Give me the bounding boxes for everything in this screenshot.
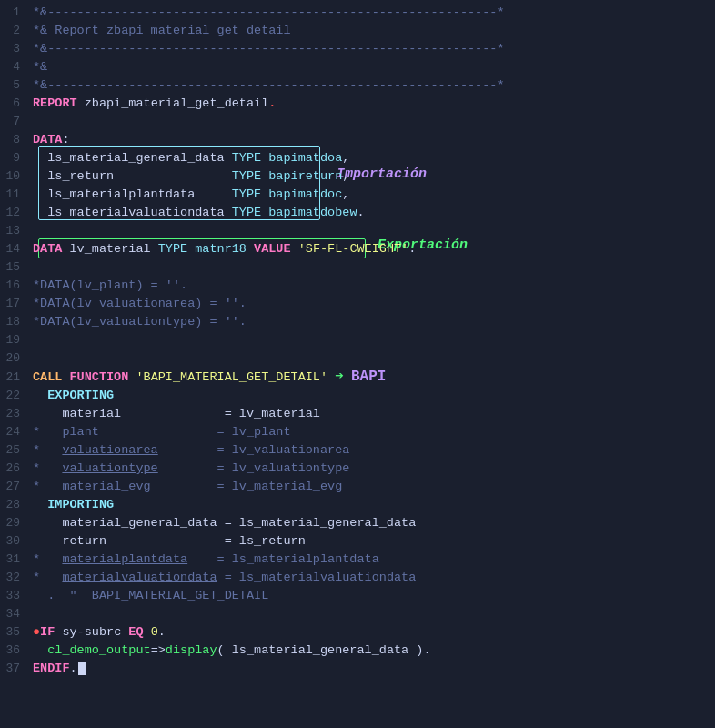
line-content-26: * valuationtype = lv_valuationtype (29, 460, 715, 478)
line-content-35: ●IF sy-subrc EQ 0. (29, 623, 715, 642)
line-num-27: 27 (0, 478, 29, 496)
line-17: 17 *DATA(lv_valuationarea) = ''. (0, 295, 715, 313)
line-num-12: 12 (0, 204, 29, 222)
line-28: 28 IMPORTING (0, 496, 715, 514)
line-content-31: * materialplantdata = ls_materialplantda… (29, 551, 715, 569)
line-content-9: ls_material_general_data TYPE bapimatdoa… (29, 149, 715, 167)
line-num-18: 18 (0, 313, 29, 331)
line-content-24: * plant = lv_plant (29, 423, 715, 441)
line-num-11: 11 (0, 186, 29, 204)
line-num-21: 21 (0, 369, 29, 387)
line-num-37: 37 (0, 660, 29, 678)
line-num-5: 5 (0, 76, 29, 95)
line-num-22: 22 (0, 387, 29, 405)
line-content-17: *DATA(lv_valuationarea) = ''. (29, 295, 715, 313)
line-8: 8 DATA: (0, 131, 715, 149)
line-num-33: 33 (0, 587, 29, 605)
line-21: 21 CALL FUNCTION 'BAPI_MATERIAL_GET_DETA… (0, 368, 715, 387)
line-18: 18 *DATA(lv_valuationtype) = ''. (0, 313, 715, 331)
line-7: 7 (0, 113, 715, 131)
line-num-34: 34 (0, 605, 29, 623)
line-36: 36 cl_demo_output=>display( ls_material_… (0, 642, 715, 660)
line-22: 22 EXPORTING (0, 387, 715, 405)
line-19: 19 (0, 331, 715, 349)
line-num-13: 13 (0, 222, 29, 240)
line-15: 15 (0, 258, 715, 277)
line-5: 5 *&------------------------------------… (0, 76, 715, 95)
line-num-4: 4 (0, 58, 29, 76)
line-num-7: 7 (0, 113, 29, 131)
line-num-26: 26 (0, 460, 29, 478)
line-content-30: return = ls_return (29, 532, 715, 551)
line-num-35: 35 (0, 623, 29, 642)
line-num-9: 9 (0, 149, 29, 167)
line-1: 1 *&------------------------------------… (0, 4, 715, 22)
line-4: 4 *& (0, 58, 715, 76)
line-content-12: ls_materialvaluationdata TYPE bapimatdob… (29, 204, 715, 222)
line-num-15: 15 (0, 258, 29, 277)
line-num-25: 25 (0, 441, 29, 460)
line-num-1: 1 (0, 4, 29, 22)
line-23: 23 material = lv_material (0, 405, 715, 423)
line-content-23: material = lv_material (29, 405, 715, 423)
line-25: 25 * valuationarea = lv_valuationarea (0, 441, 715, 460)
line-content-10: ls_return TYPE bapireturn, (29, 167, 715, 186)
line-34: 34 (0, 605, 715, 623)
line-37: 37 ENDIF. (0, 660, 715, 678)
line-content-5: *&--------------------------------------… (29, 76, 715, 95)
line-content-36: cl_demo_output=>display( ls_material_gen… (29, 642, 715, 660)
line-10: 10 ls_return TYPE bapireturn, (0, 167, 715, 186)
line-num-16: 16 (0, 277, 29, 295)
line-num-28: 28 (0, 496, 29, 514)
line-content-27: * material_evg = lv_material_evg (29, 478, 715, 496)
line-content-25: * valuationarea = lv_valuationarea (29, 441, 715, 460)
line-content-21: CALL FUNCTION 'BAPI_MATERIAL_GET_DETAIL'… (29, 368, 715, 387)
line-num-31: 31 (0, 551, 29, 569)
line-content-32: * materialvaluationdata = ls_materialval… (29, 569, 715, 587)
line-30: 30 return = ls_return (0, 532, 715, 551)
line-num-8: 8 (0, 131, 29, 149)
line-num-3: 3 (0, 40, 29, 58)
line-num-20: 20 (0, 349, 29, 368)
line-content-14: DATA lv_material TYPE matnr18 VALUE 'SF-… (29, 240, 715, 258)
line-33: 33 . " BAPI_MATERIAL_GET_DETAIL (0, 587, 715, 605)
line-content-8: DATA: (29, 131, 715, 149)
line-content-3: *&--------------------------------------… (29, 40, 715, 58)
line-content-1: *&--------------------------------------… (29, 4, 715, 22)
line-content-22: EXPORTING (29, 387, 715, 405)
line-24: 24 * plant = lv_plant (0, 423, 715, 441)
line-content-28: IMPORTING (29, 496, 715, 514)
line-content-6: REPORT zbapi_material_get_detail. (29, 95, 715, 113)
line-num-30: 30 (0, 532, 29, 551)
line-num-10: 10 (0, 167, 29, 186)
line-num-32: 32 (0, 569, 29, 587)
line-32: 32 * materialvaluationdata = ls_material… (0, 569, 715, 587)
line-num-24: 24 (0, 423, 29, 441)
line-num-14: 14 (0, 240, 29, 258)
line-29: 29 material_general_data = ls_material_g… (0, 514, 715, 532)
line-num-19: 19 (0, 331, 29, 349)
line-content-33: . " BAPI_MATERIAL_GET_DETAIL (29, 587, 715, 605)
line-content-11: ls_materialplantdata TYPE bapimatdoc, (29, 186, 715, 204)
line-content-37: ENDIF. (29, 660, 715, 678)
line-num-23: 23 (0, 405, 29, 423)
line-14: 14 DATA lv_material TYPE matnr18 VALUE '… (0, 240, 715, 258)
line-6: 6 REPORT zbapi_material_get_detail. (0, 95, 715, 113)
bapi-inline-label: BAPI (351, 369, 386, 385)
line-20: 20 (0, 349, 715, 368)
line-9: 9 ls_material_general_data TYPE bapimatd… (0, 149, 715, 167)
line-27: 27 * material_evg = lv_material_evg (0, 478, 715, 496)
line-content-29: material_general_data = ls_material_gene… (29, 514, 715, 532)
line-2: 2 *& Report zbapi_material_get_detail (0, 22, 715, 40)
code-editor: Importación Exportación 1 *&------------… (0, 0, 715, 682)
line-11: 11 ls_materialplantdata TYPE bapimatdoc, (0, 186, 715, 204)
line-num-36: 36 (0, 642, 29, 660)
line-12: 12 ls_materialvaluationdata TYPE bapimat… (0, 204, 715, 222)
line-13: 13 (0, 222, 715, 240)
line-26: 26 * valuationtype = lv_valuationtype (0, 460, 715, 478)
line-16: 16 *DATA(lv_plant) = ''. (0, 277, 715, 295)
line-num-17: 17 (0, 295, 29, 313)
line-num-2: 2 (0, 22, 29, 40)
line-content-18: *DATA(lv_valuationtype) = ''. (29, 313, 715, 331)
line-content-16: *DATA(lv_plant) = ''. (29, 277, 715, 295)
